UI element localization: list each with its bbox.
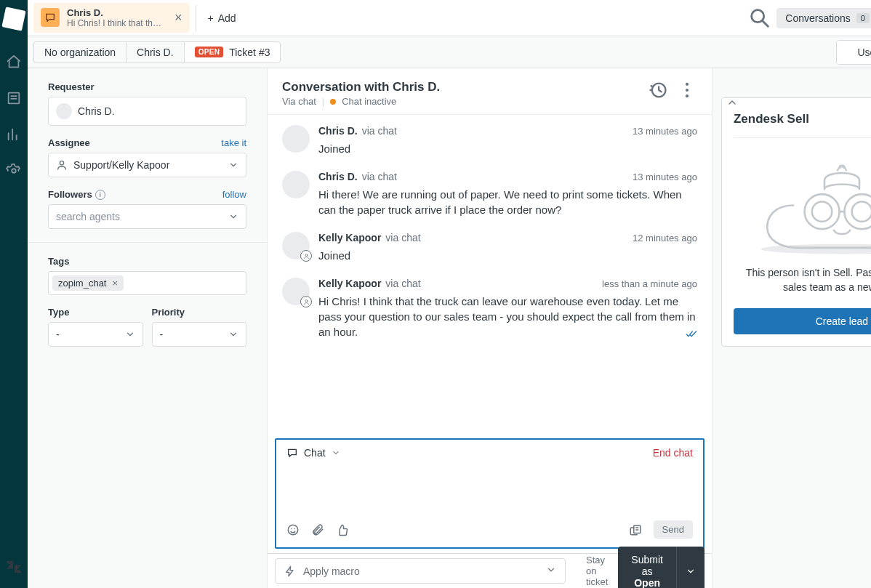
- composer-textarea[interactable]: [276, 466, 703, 515]
- followers-input[interactable]: search agents: [48, 204, 246, 229]
- priority-label: Priority: [152, 307, 185, 318]
- status-badge: OPEN: [195, 47, 224, 57]
- tags-input[interactable]: zopim_chat ×: [48, 271, 246, 295]
- read-receipt-icon: [686, 327, 697, 342]
- admin-icon[interactable]: [0, 157, 28, 185]
- message-channel: via chat: [362, 171, 397, 182]
- svg-point-14: [288, 525, 298, 535]
- search-icon[interactable]: [747, 6, 772, 31]
- zendesk-sell-card: Zendesk Sell: [721, 97, 871, 347]
- assignee-select[interactable]: Support/Kelly Kapoor: [48, 153, 246, 177]
- reporting-icon[interactable]: [0, 121, 28, 148]
- chat-icon: [41, 8, 60, 27]
- chevron-down-icon: [228, 212, 238, 222]
- conversations-button[interactable]: Conversations 0: [776, 8, 871, 28]
- chat-status: Chat inactive: [342, 96, 396, 107]
- left-rail: [0, 0, 28, 588]
- svg-point-18: [844, 194, 871, 229]
- stay-on-ticket[interactable]: Stay on ticket: [586, 555, 608, 587]
- chevron-down-icon: [332, 448, 340, 457]
- zendesk-products-icon[interactable]: [5, 558, 23, 588]
- sell-title: Zendesk Sell: [734, 112, 809, 126]
- chevron-down-icon: [125, 329, 135, 339]
- end-chat-button[interactable]: End chat: [653, 447, 693, 459]
- topbar: Chris D. Hi Chris! I think that th… × + …: [28, 0, 871, 36]
- info-icon[interactable]: i: [95, 190, 105, 200]
- submit-button[interactable]: Submit as Open: [618, 547, 676, 589]
- priority-select[interactable]: -: [152, 322, 247, 347]
- message-time: 13 minutes ago: [633, 126, 697, 137]
- apply-macro-button[interactable]: Apply macro: [275, 558, 566, 584]
- svg-point-20: [852, 201, 871, 221]
- svg-point-17: [804, 194, 839, 229]
- thumbs-up-icon[interactable]: [336, 523, 349, 536]
- reply-mode-select[interactable]: Chat: [286, 447, 340, 459]
- submit-dropdown[interactable]: [676, 547, 705, 589]
- apps-panel: Zendesk Sell: [713, 68, 871, 588]
- knowledge-capture-icon[interactable]: [629, 523, 642, 536]
- message-channel: via chat: [362, 125, 397, 137]
- ticket-tab[interactable]: Chris D. Hi Chris! I think that th… ×: [33, 3, 190, 33]
- add-tab-button[interactable]: + Add: [198, 8, 246, 28]
- user-apps-toggle: User Apps: [836, 40, 871, 65]
- message-author: Kelly Kapoor: [318, 278, 381, 289]
- ticket-fields-panel: Requester Chris D. Assignee take it: [28, 68, 268, 588]
- more-icon[interactable]: [677, 80, 697, 100]
- toggle-user[interactable]: User: [837, 41, 871, 64]
- tags-label: Tags: [48, 256, 69, 267]
- chevron-down-icon: [228, 329, 238, 339]
- collapse-icon[interactable]: [724, 94, 740, 110]
- plus-icon: +: [208, 12, 214, 24]
- avatar: [282, 232, 310, 259]
- conversation-count: 0: [856, 13, 870, 23]
- avatar: [282, 125, 310, 153]
- requester-input[interactable]: Chris D.: [48, 97, 246, 126]
- message: Kelly Kapoorvia chat12 minutes agoJoined: [282, 232, 697, 263]
- svg-point-13: [305, 299, 308, 302]
- avatar: [282, 171, 310, 198]
- chat-icon: [286, 447, 298, 459]
- message: Kelly Kapoorvia chatless than a minute a…: [282, 278, 697, 342]
- chevron-down-icon: [546, 565, 556, 575]
- message-text: Hi there! We are running out of paper. W…: [318, 187, 697, 217]
- follow-link[interactable]: follow: [222, 189, 246, 200]
- message-text: Hi Chris! I think that the truck can lea…: [318, 294, 697, 339]
- sell-message: This person isn't in Sell. Pass them to …: [734, 265, 871, 308]
- avatar-icon: [56, 103, 72, 119]
- conversation-title: Conversation with Chris D.: [282, 80, 440, 94]
- type-label: Type: [48, 307, 69, 318]
- history-icon[interactable]: [648, 80, 668, 100]
- close-icon[interactable]: ×: [174, 11, 182, 24]
- conversation-panel: Conversation with Chris D. Via chat | Ch…: [268, 68, 713, 588]
- create-lead-button[interactable]: Create lead: [734, 308, 871, 334]
- message-author: Chris D.: [318, 125, 358, 137]
- zendesk-logo[interactable]: [1, 7, 25, 31]
- person-icon: [56, 159, 68, 171]
- views-icon[interactable]: [0, 84, 28, 112]
- breadcrumb-org[interactable]: No organization: [33, 41, 126, 63]
- message-channel: via chat: [385, 278, 420, 289]
- via-label: Via chat: [282, 96, 316, 107]
- home-icon[interactable]: [0, 48, 28, 76]
- svg-point-19: [812, 201, 832, 221]
- type-select[interactable]: -: [48, 322, 143, 347]
- svg-point-16: [760, 244, 871, 254]
- chevron-down-icon: [686, 566, 696, 576]
- message-channel: via chat: [385, 232, 420, 243]
- breadcrumb-user[interactable]: Chris D.: [126, 41, 184, 63]
- submit-button-group: Submit as Open: [618, 547, 705, 589]
- tag-remove-icon[interactable]: ×: [108, 278, 122, 289]
- message-time: 13 minutes ago: [633, 172, 697, 182]
- send-button[interactable]: Send: [654, 520, 693, 539]
- message-author: Kelly Kapoor: [318, 232, 381, 243]
- breadcrumb-ticket[interactable]: OPEN Ticket #3: [184, 41, 281, 63]
- emoji-icon[interactable]: [286, 523, 300, 536]
- svg-point-9: [686, 83, 689, 86]
- take-it-link[interactable]: take it: [221, 137, 246, 148]
- message-time: less than a minute ago: [602, 278, 697, 289]
- message: Chris D.via chat13 minutes agoJoined: [282, 125, 697, 156]
- avatar: [282, 278, 310, 305]
- lightning-icon: [284, 565, 296, 577]
- status-dot-icon: [330, 99, 336, 105]
- attachment-icon[interactable]: [311, 523, 324, 536]
